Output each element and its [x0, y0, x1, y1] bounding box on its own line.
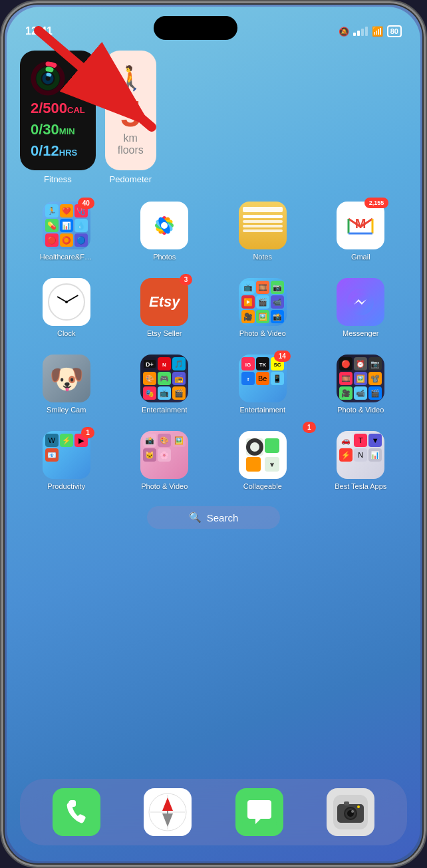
healthcare-badge: 40 — [78, 198, 94, 209]
app-photo-video3[interactable]: 📸 🎨 🖼️ 🐱 🌸 Photo & Video — [116, 426, 214, 496]
pedometer-steps: 5 — [120, 95, 141, 132]
search-icon: 🔍 — [189, 511, 202, 523]
app-grid-row2: Clock Etsy 3 Etsy Seller 📺 🎞️ 📷 ▶️ — [7, 273, 420, 343]
volume-down-button[interactable] — [0, 231, 1, 277]
app-notes[interactable]: Notes — [214, 196, 312, 266]
app-photo-video1[interactable]: 📺 🎞️ 📷 ▶️ 🎬 📹 🎥 🖼️ 📸 Photo & Video — [214, 273, 312, 343]
mini-icon: ▶️ — [241, 295, 255, 309]
dock-camera[interactable] — [327, 788, 374, 836]
gmail-icon: M 2,155 — [337, 202, 384, 249]
mini-icon: 🎞️ — [256, 281, 269, 294]
clock-name: Clock — [57, 329, 76, 337]
smiley-name: Smiley Cam — [47, 406, 86, 414]
app-gmail[interactable]: M 2,155 Gmail — [312, 196, 410, 266]
mini-icon: 📷 — [368, 357, 382, 370]
mini-icon: f — [241, 372, 255, 385]
healthcare-icon: 🏃 ❤️ 🩺 💊 📊 💧 🔴 ⭕ 🔵 40 — [43, 202, 90, 249]
mini-icon: N — [158, 357, 171, 370]
mini-icon: T — [354, 434, 367, 447]
mini-icon: 🔴 — [45, 233, 59, 247]
dock-safari[interactable] — [144, 788, 192, 836]
status-icons: 🔕 📶 80 — [339, 25, 402, 37]
tesla-icon: 🚗 T ▼ ⚡ N 📊 — [337, 431, 384, 479]
mini-icon: 🎭 — [143, 386, 156, 400]
app-smiley[interactable]: 🐶 Smiley Cam — [17, 349, 116, 419]
app-healthcare[interactable]: 🏃 ❤️ 🩺 💊 📊 💧 🔴 ⭕ 🔵 40 Healthcare&Fit... — [17, 196, 116, 266]
entertainment1-name: Entertainment — [142, 406, 187, 414]
entertainment1-icon: D+ N 🎵 🎨 🎮 📻 🎭 📺 🎬 — [140, 355, 188, 402]
app-grid-row1: 🏃 ❤️ 🩺 💊 📊 💧 🔴 ⭕ 🔵 40 Healthcare&Fit... — [7, 196, 420, 266]
photo-video3-name: Photo & Video — [141, 482, 188, 490]
wifi-icon: 📶 — [372, 26, 383, 37]
mini-icon: 🎨 — [143, 372, 156, 385]
signal-bar-3 — [361, 29, 364, 36]
etsy-name: Etsy Seller — [147, 329, 182, 337]
mini-icon: 🚗 — [339, 434, 353, 447]
collageable-icon: 1 — [239, 431, 287, 479]
app-entertainment1[interactable]: D+ N 🎵 🎨 🎮 📻 🎭 📺 🎬 Entertain — [116, 349, 214, 419]
photo-video2-name: Photo & Video — [337, 406, 384, 414]
svg-text:f: f — [247, 376, 249, 382]
mini-icon: 📺 — [241, 281, 255, 294]
healthcare-name: Healthcare&Fit... — [40, 253, 93, 261]
fitness-widget[interactable]: 2/500CAL 0/30MIN 0/12HRS — [20, 51, 96, 170]
app-collageable[interactable]: 1 Collageable — [214, 426, 312, 496]
app-productivity[interactable]: W ⚡ ▶ 📧 1 Productivity — [17, 426, 116, 496]
svg-rect-33 — [265, 438, 279, 453]
notes-name: Notes — [253, 253, 272, 261]
mini-icon: ⚡ — [60, 434, 73, 447]
mini-icon: 🎬 — [256, 295, 269, 309]
dynamic-island — [154, 16, 237, 40]
mini-icon: ⭕ — [60, 233, 73, 247]
svg-point-49 — [351, 810, 354, 813]
app-entertainment2[interactable]: IG TK SC f Be 📱 14 — [214, 349, 312, 419]
app-grid-row4: W ⚡ ▶ 📧 1 Productivity 📸 🎨 🖼️ 🐱 — [7, 426, 420, 496]
app-messenger[interactable]: Messenger — [312, 273, 410, 343]
pedometer-floors: floors — [118, 144, 144, 156]
mini-icon: 🖼️ — [172, 434, 186, 447]
photo-video3-icon: 📸 🎨 🖼️ 🐱 🌸 — [140, 431, 188, 479]
gmail-name: Gmail — [351, 253, 370, 261]
search-container: 🔍 Search — [7, 506, 420, 529]
mini-icon: 🎬 — [368, 386, 382, 400]
mini-icon: 🎥 — [339, 386, 353, 400]
messenger-icon — [337, 278, 384, 326]
walker-icon: 🚶 — [116, 65, 146, 92]
app-tesla[interactable]: 🚗 T ▼ ⚡ N 📊 Best Tesla Apps — [312, 426, 410, 496]
app-photo-video2[interactable]: 🔴 ⏰ 📷 🎞️ 🖼️ 📽️ 🎥 📹 🎬 Photo & Video — [312, 349, 410, 419]
photos-logo — [148, 209, 181, 242]
svg-rect-50 — [344, 801, 349, 805]
app-clock[interactable]: Clock — [17, 273, 116, 343]
svg-text:N: N — [162, 362, 166, 368]
fitness-min: 0/30MIN — [31, 121, 85, 138]
dock-phone[interactable] — [53, 788, 100, 836]
mini-icon: 📸 — [271, 310, 284, 323]
search-bar[interactable]: 🔍 Search — [147, 506, 280, 529]
svg-rect-34 — [246, 457, 261, 472]
etsy-icon: Etsy 3 — [140, 278, 188, 326]
app-etsy[interactable]: Etsy 3 Etsy Seller — [116, 273, 214, 343]
mini-icon: 🎮 — [158, 372, 171, 385]
volume-up-button[interactable] — [0, 174, 1, 221]
mini-icon: W — [45, 434, 59, 447]
collageable-name: Collageable — [243, 482, 282, 490]
mini-icon: 📷 — [271, 281, 284, 294]
mini-icon: N — [354, 448, 367, 462]
photos-name: Photos — [153, 253, 176, 261]
mute-button[interactable] — [0, 134, 1, 161]
mini-icon: IG — [241, 357, 255, 370]
mini-icon: 🎥 — [241, 310, 255, 323]
svg-text:TK: TK — [259, 362, 266, 368]
svg-text:M: M — [355, 216, 366, 231]
mini-icon: 🐱 — [143, 448, 156, 462]
clock-icon — [43, 278, 90, 326]
svg-point-14 — [161, 222, 168, 229]
mini-icon: 🌸 — [158, 448, 171, 462]
mini-icon: 🎞️ — [339, 372, 353, 385]
mini-icon: ❤️ — [60, 204, 73, 217]
app-photos[interactable]: Photos — [116, 196, 214, 266]
activity-rings — [31, 61, 65, 96]
dock-messages[interactable] — [235, 788, 283, 836]
mini-icon: 📊 — [60, 219, 73, 232]
pedometer-widget[interactable]: 🚶 5 km floors — [105, 51, 156, 170]
